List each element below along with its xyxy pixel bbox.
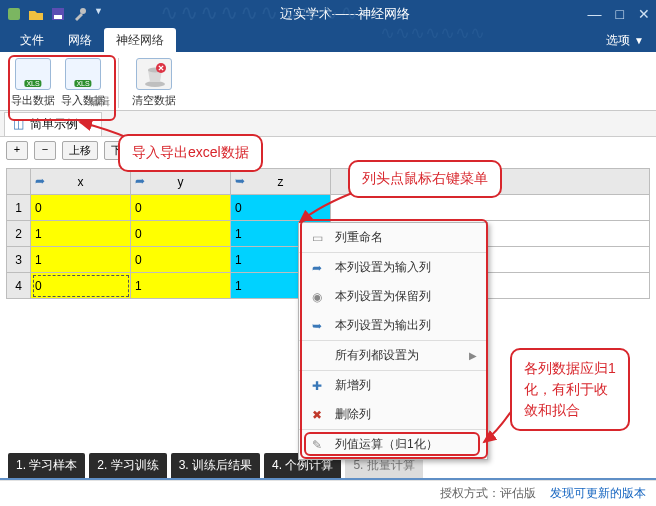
trash-icon [136,58,172,90]
ctx-set-output[interactable]: ➥本列设置为输出列 [299,311,487,340]
move-up-button[interactable]: 上移 [62,141,98,160]
column-header-y[interactable]: ➦y [131,169,231,195]
menu-options[interactable]: 选项 [606,32,630,49]
dropdown-icon[interactable]: ▼ [94,6,103,22]
ctx-rename[interactable]: ▭列重命名 [299,223,487,252]
ctx-set-input[interactable]: ➦本列设置为输入列 [299,252,487,282]
ribbon: 导出数据 导入数据 清空数据 编辑 [0,52,656,111]
plus-icon: ✚ [309,379,325,393]
maximize-button[interactable]: □ [616,6,624,22]
table-row: 1 0 0 0 [7,195,650,221]
export-icon [15,58,51,90]
tab-training[interactable]: 2. 学习训练 [89,453,166,478]
column-header-z[interactable]: ➥z [231,169,331,195]
tab-samples[interactable]: 1. 学习样本 [8,453,85,478]
clear-data-button[interactable]: 清空数据 [129,58,179,108]
import-icon [65,58,101,90]
menu-neural-network[interactable]: 神经网络 [104,28,176,52]
output-col-icon: ➥ [235,174,245,188]
annotation-callout-1: 导入导出excel数据 [118,134,263,172]
remove-row-button[interactable]: − [34,141,56,160]
annotation-callout-2: 列头点鼠标右键菜单 [348,160,502,198]
keep-icon: ◉ [309,290,325,304]
chevron-right-icon: ▶ [469,350,477,361]
window-title: 迈实学术——神经网络 [103,5,588,23]
svg-rect-3 [54,15,62,19]
titlebar: ▼ 迈实学术——神经网络 — □ ✕ [0,0,656,28]
table-toolbar: + − 上移 下移 +列 [0,137,656,164]
save-icon[interactable] [50,6,66,22]
delete-icon: ✖ [309,408,325,422]
license-status: 授权方式：评估版 [440,485,536,502]
close-button[interactable]: ✕ [638,6,650,22]
add-row-button[interactable]: + [6,141,28,160]
minimize-button[interactable]: — [588,6,602,22]
corner-cell [7,169,31,195]
update-link[interactable]: 发现可更新的版本 [550,485,646,502]
ctx-normalize[interactable]: ✎列值运算（归1化） [299,429,487,459]
ctx-all-set[interactable]: 所有列都设置为▶ [299,340,487,370]
input-col-icon: ➦ [35,174,45,188]
cube-icon: ◫ [13,117,24,131]
tab-results[interactable]: 3. 训练后结果 [171,453,260,478]
chevron-down-icon[interactable]: ▼ [634,35,644,46]
app-icon [6,6,22,22]
normalize-icon: ✎ [309,438,325,452]
ctx-set-keep[interactable]: ◉本列设置为保留列 [299,282,487,311]
tools-icon[interactable] [72,6,88,22]
input-icon: ➦ [309,261,325,275]
rename-icon: ▭ [309,231,325,245]
annotation-callout-3: 各列数据应归1化，有利于收敛和拟合 [510,348,630,431]
menubar: 文件 网络 神经网络 选项 ▼ [0,28,656,52]
ctx-delete-column[interactable]: ✖删除列 [299,400,487,429]
output-icon: ➥ [309,319,325,333]
ribbon-group-label: 编辑 [88,94,110,109]
statusbar: 授权方式：评估版 发现可更新的版本 [0,480,656,506]
menu-file[interactable]: 文件 [8,28,56,52]
input-col-icon: ➦ [135,174,145,188]
svg-point-4 [80,8,86,14]
open-icon[interactable] [28,6,44,22]
document-tab[interactable]: ◫ 简单示例 ✕ [4,112,102,136]
menu-network[interactable]: 网络 [56,28,104,52]
column-header-x[interactable]: ➦x [31,169,131,195]
ctx-add-column[interactable]: ✚新增列 [299,370,487,400]
export-data-button[interactable]: 导出数据 [8,58,58,108]
svg-rect-1 [8,8,20,20]
context-menu: ▭列重命名 ➦本列设置为输入列 ◉本列设置为保留列 ➥本列设置为输出列 所有列都… [298,222,488,460]
close-tab-icon[interactable]: ✕ [84,118,93,131]
